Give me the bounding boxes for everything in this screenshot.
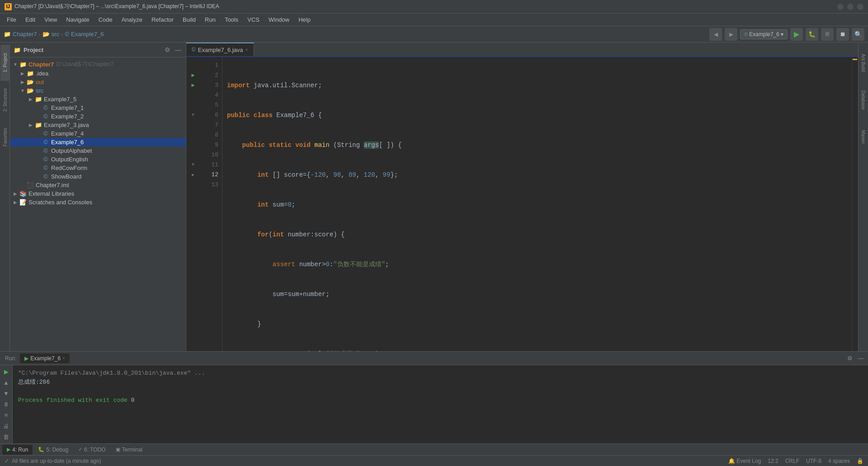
tree-example73[interactable]: ▶ 📁 Example7_3.java bbox=[10, 121, 186, 129]
tree-redcowform[interactable]: © RedCowForm bbox=[10, 164, 186, 172]
code-line-2: public class Example7_6 { bbox=[227, 110, 852, 120]
debug-footer-icon: 🐛 bbox=[38, 447, 44, 452]
tree-src[interactable]: ▼ 📂 src bbox=[10, 86, 186, 95]
status-event-log[interactable]: 🔔 Event Log bbox=[728, 458, 761, 464]
maven-tab[interactable]: Maven bbox=[859, 119, 868, 155]
navigate-forward-button[interactable]: ▶ bbox=[725, 28, 737, 41]
menu-view[interactable]: View bbox=[40, 14, 61, 25]
breadcrumb-file[interactable]: Example7_6 bbox=[71, 31, 104, 38]
panel-minimize-button[interactable]: — bbox=[174, 45, 182, 54]
toolbar-right: ◀ ▶ © Example7_6 ▾ ▶ 🐛 ⛨ ⏹ 🔍 bbox=[709, 28, 864, 41]
tree-chapter7iml[interactable]: ⬛ Chapter7.iml bbox=[10, 181, 186, 189]
ant-build-tab[interactable]: Ant Build bbox=[859, 45, 868, 81]
run-rerun-button[interactable]: ▶ bbox=[1, 367, 11, 376]
tree-external-libs[interactable]: ▶ 📚 External Libraries bbox=[10, 189, 186, 198]
breadcrumb-src[interactable]: src bbox=[52, 31, 59, 38]
status-indent[interactable]: 4 spaces bbox=[828, 458, 850, 464]
run-config-dropdown[interactable]: © Example7_6 ▾ bbox=[740, 29, 788, 39]
run-class-icon[interactable]: ▶ bbox=[191, 71, 194, 80]
minimize-button[interactable]: — bbox=[837, 4, 844, 10]
menu-tools[interactable]: Tools bbox=[220, 14, 243, 25]
navigate-back-button[interactable]: ◀ bbox=[709, 28, 722, 41]
code-content[interactable]: import java.util.Scanner; public class E… bbox=[222, 57, 852, 351]
search-everywhere-button[interactable]: 🔍 bbox=[852, 28, 864, 41]
menu-help[interactable]: Help bbox=[294, 14, 315, 25]
database-tab[interactable]: Database bbox=[859, 82, 868, 118]
iml-file-icon: ⬛ bbox=[26, 182, 34, 188]
tree-example76[interactable]: © Example7_6 bbox=[10, 138, 186, 146]
debug-button[interactable]: 🐛 bbox=[806, 28, 818, 41]
tree-showboard[interactable]: © ShowBoard bbox=[10, 172, 186, 181]
run-main-icon[interactable]: ▶ bbox=[191, 80, 194, 90]
tree-idea[interactable]: ▶ 📁 .idea bbox=[10, 69, 186, 78]
editor-tab-example76[interactable]: © Example7_6.java × bbox=[186, 42, 254, 56]
code-editor[interactable]: ▶ ▶ ▼ ▼ ▶ bbox=[186, 57, 858, 351]
gutter-2[interactable]: ▶ bbox=[186, 71, 200, 80]
run-tab-close[interactable]: × bbox=[62, 356, 65, 361]
run-print-button[interactable]: 🖨 bbox=[1, 422, 11, 431]
menu-vcs[interactable]: VCS bbox=[243, 14, 264, 25]
panel-settings-button[interactable]: ⚙ bbox=[164, 45, 171, 54]
debug-footer-label: 5: Debug bbox=[46, 447, 68, 453]
favorites-tab-button[interactable]: Favorites bbox=[0, 119, 9, 155]
line-num-6: 6 bbox=[200, 110, 222, 120]
run-settings-button[interactable]: ⚙ bbox=[845, 353, 855, 363]
menu-build[interactable]: Build bbox=[178, 14, 200, 25]
run-clear-button[interactable]: 🗑 bbox=[1, 433, 11, 442]
tree-root[interactable]: ▼ 📁 Chapter7 D:\Java练习\Chapter7 bbox=[10, 59, 186, 69]
tree-arrow-scratches: ▶ bbox=[12, 200, 19, 205]
close-button[interactable]: ✕ bbox=[857, 4, 863, 10]
run-tab[interactable]: ▶ Example7_6 × bbox=[20, 353, 70, 363]
tree-example74[interactable]: © Example7_4 bbox=[10, 129, 186, 138]
menu-run[interactable]: Run bbox=[200, 14, 220, 25]
terminal-footer-icon: ▣ bbox=[116, 447, 120, 452]
menu-window[interactable]: Window bbox=[264, 14, 294, 25]
line-numbers: 1 2 3 4 5 6 7 8 9 10 11 12 13 bbox=[200, 57, 222, 351]
debug-footer-tab[interactable]: 🐛 5: Debug bbox=[33, 445, 73, 455]
run-footer-tab[interactable]: ▶ 4: Run bbox=[2, 445, 33, 455]
breadcrumb-chapter7[interactable]: Chapter7 bbox=[13, 31, 37, 38]
gutter-3[interactable]: ▶ bbox=[186, 80, 200, 90]
run-panel-minimize-button[interactable]: — bbox=[856, 353, 866, 363]
tree-output-english[interactable]: © OutputEnglish bbox=[10, 155, 186, 164]
todo-footer-tab[interactable]: ✓ 6: TODO bbox=[74, 445, 110, 455]
tab-file-icon: © bbox=[192, 47, 196, 53]
status-bar: ✓ All files are up-to-date (a minute ago… bbox=[0, 455, 868, 466]
fold-icon-6[interactable]: ▼ bbox=[192, 110, 194, 120]
run-button[interactable]: ▶ bbox=[790, 28, 803, 41]
status-line-ending[interactable]: CRLF bbox=[785, 458, 799, 464]
tree-example75[interactable]: ▶ 📁 Example7_5 bbox=[10, 95, 186, 104]
status-vcs-icon[interactable]: 🔒 bbox=[857, 458, 863, 464]
run-stop-button[interactable]: ⏸ bbox=[1, 400, 11, 409]
tree-example71[interactable]: © Example7_1 bbox=[10, 104, 186, 112]
structure-tab-button[interactable]: 2: Structure bbox=[0, 82, 9, 118]
run-sort-button[interactable]: ≡ bbox=[1, 411, 11, 420]
run-scroll-up-button[interactable]: ▲ bbox=[1, 378, 11, 387]
project-tab-button[interactable]: 1: Project bbox=[0, 45, 9, 81]
status-encoding[interactable]: UTF-8 bbox=[806, 458, 821, 464]
java-file-icon-oe: © bbox=[42, 156, 50, 163]
line-num-7: 7 bbox=[200, 120, 222, 130]
tree-label-rcf: RedCowForm bbox=[51, 165, 87, 171]
run-scroll-down-button[interactable]: ▼ bbox=[1, 389, 11, 398]
tree-output-alphabet[interactable]: © OutputAlphabet bbox=[10, 146, 186, 155]
status-position[interactable]: 12:2 bbox=[768, 458, 778, 464]
tree-scratches[interactable]: ▶ 📝 Scratches and Consoles bbox=[10, 198, 186, 207]
tree-label-sb: ShowBoard bbox=[51, 173, 81, 180]
fold-icon-11[interactable]: ▼ bbox=[192, 160, 194, 170]
menu-code[interactable]: Code bbox=[94, 14, 117, 25]
menu-analyze[interactable]: Analyze bbox=[117, 14, 147, 25]
menu-edit[interactable]: Edit bbox=[21, 14, 40, 25]
tree-out[interactable]: ▶ 📂 out bbox=[10, 78, 186, 86]
bottom-panel: Run: ▶ Example7_6 × ⚙ — ▶ ▲ ▼ ⏸ ≡ 🖨 🗑 "C… bbox=[0, 351, 868, 455]
tree-arrow-out: ▶ bbox=[19, 80, 26, 85]
coverage-button[interactable]: ⛨ bbox=[821, 28, 834, 41]
menu-navigate[interactable]: Navigate bbox=[61, 14, 94, 25]
menu-refactor[interactable]: Refactor bbox=[147, 14, 178, 25]
maximize-button[interactable]: □ bbox=[847, 4, 854, 10]
terminal-footer-tab[interactable]: ▣ Terminal bbox=[111, 445, 147, 455]
tree-example72[interactable]: © Example7_2 bbox=[10, 112, 186, 121]
menu-file[interactable]: File bbox=[2, 14, 21, 25]
stop-button[interactable]: ⏹ bbox=[836, 28, 849, 41]
tab-close-button[interactable]: × bbox=[245, 47, 248, 52]
